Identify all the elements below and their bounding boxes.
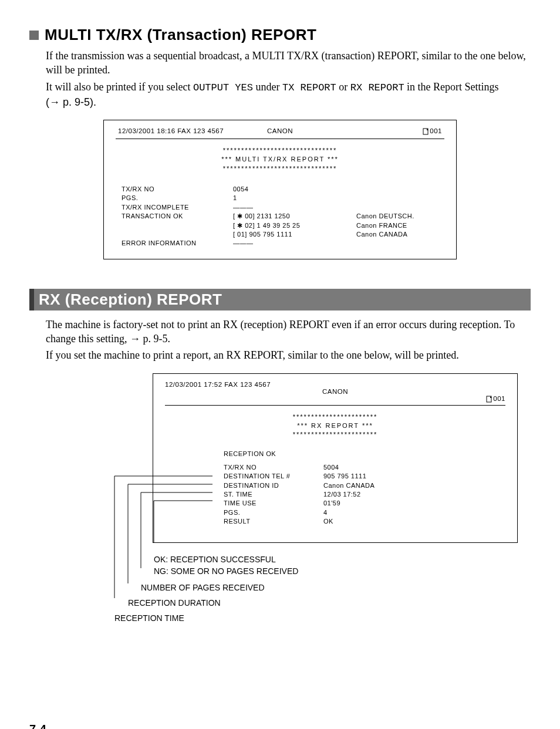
mono-text: TX REPORT [282, 82, 336, 93]
value-dest-tel: 905 795 1111 [323, 472, 505, 481]
page-icon [423, 128, 430, 135]
page-number-value: 001 [430, 127, 442, 134]
mono-text: OUTPUT YES [193, 82, 253, 93]
value-dest-name-1: Canon DEUTSCH. [356, 212, 444, 221]
label-dest-tel: DESTINATION TEL # [224, 472, 318, 481]
section-title-rx-report: RX (Reception) REPORT [29, 289, 531, 310]
page-ref: (→ p. 9-5). [46, 96, 96, 108]
callout-pages: NUMBER OF PAGES RECEIVED [88, 583, 531, 592]
report-header-left: 12/03/2001 17:52 FAX 123 4567 [165, 381, 505, 388]
text-fragment: in the Report Settings [404, 81, 499, 93]
value-pgs: 1 [233, 194, 350, 203]
label-result: RESULT [224, 517, 318, 526]
multi-txrx-report-sample: 12/03/2001 18:16 FAX 123 4567 CANON 001 … [103, 120, 457, 259]
value-dest-2: [ ✱ 02] 1 49 39 25 25 [233, 221, 350, 230]
label-txrx-no: TX/RX NO [122, 185, 227, 194]
section1-para2: It will also be printed if you select OU… [29, 80, 531, 109]
label-transaction-ok: TRANSACTION OK [122, 212, 227, 221]
rx-report-sample: 12/03/2001 17:52 FAX 123 4567 CANON 001 … [153, 373, 518, 544]
report-header-right: 001 [165, 395, 505, 403]
callout-time: RECEPTION TIME [88, 613, 531, 623]
text-fragment: or [336, 81, 350, 93]
label-st-time: ST. TIME [224, 490, 318, 499]
value-time-use: 01'59 [323, 499, 505, 508]
mono-text: RX REPORT [350, 82, 404, 93]
stars-row: *********************** [165, 413, 505, 421]
callout-result-ng: NG: SOME OR NO PAGES RECEIVED [88, 566, 531, 576]
label-error-info: ERROR INFORMATION [122, 239, 227, 248]
reception-status: RECEPTION OK [165, 450, 505, 457]
label-incomplete: TX/RX INCOMPLETE [122, 203, 227, 212]
page-number-value: 001 [493, 395, 505, 402]
square-bullet-icon [29, 31, 39, 40]
label-pgs: PGS. [122, 194, 227, 203]
section2-para2: If you set the machine to print a report… [29, 348, 531, 362]
report-header-center: CANON [165, 388, 505, 395]
callout-duration: RECEPTION DURATION [88, 598, 531, 608]
report-header-left: 12/03/2001 18:16 FAX 123 4567 [118, 127, 226, 135]
report-title: *** RX REPORT *** [165, 421, 505, 430]
report-header-center: CANON [226, 127, 334, 135]
stars-row: ******************************* [116, 146, 444, 155]
label-dest-id: DESTINATION ID [224, 481, 318, 490]
stars-row: *********************** [165, 430, 505, 439]
value-result: OK [323, 517, 505, 526]
rx-report-with-callouts: 12/03/2001 17:52 FAX 123 4567 CANON 001 … [88, 373, 531, 623]
value-pgs: 4 [323, 508, 505, 517]
page-number: 7-4 [29, 723, 531, 729]
report-title: *** MULTI TX/RX REPORT *** [116, 155, 444, 164]
label-time-use: TIME USE [224, 499, 318, 508]
callout-result-ok: OK: RECEPTION SUCCESSFUL [88, 555, 531, 564]
text-fragment: under [253, 81, 282, 93]
value-incomplete: ——— [233, 203, 350, 212]
value-txrx-no: 0054 [233, 185, 350, 194]
value-txrx-no: 5004 [323, 463, 505, 472]
value-st-time: 12/03 17:52 [323, 490, 505, 499]
value-dest-name-3: Canon CANADA [356, 230, 444, 239]
text-fragment: It will also be printed if you select [46, 81, 193, 93]
label-txrx-no: TX/RX NO [224, 463, 318, 472]
label-pgs: PGS. [224, 508, 318, 517]
value-dest-1: [ ✱ 00] 2131 1250 [233, 212, 350, 221]
section-title-text: MULTI TX/RX (Transaction) REPORT [45, 26, 316, 44]
value-dest-id: Canon CANADA [323, 481, 505, 490]
value-dest-name-2: Canon FRANCE [356, 221, 444, 230]
section2-para1: The machine is factory-set not to print … [29, 318, 531, 346]
report-header-right: 001 [334, 127, 442, 135]
stars-row: ******************************* [116, 164, 444, 173]
page-icon [486, 396, 493, 403]
value-error-info: ——— [233, 239, 350, 248]
value-dest-3: [ 01] 905 795 1111 [233, 230, 350, 239]
section1-para1: If the transmission was a sequential bro… [29, 49, 531, 77]
section-title-multi-txrx: MULTI TX/RX (Transaction) REPORT [29, 26, 531, 44]
